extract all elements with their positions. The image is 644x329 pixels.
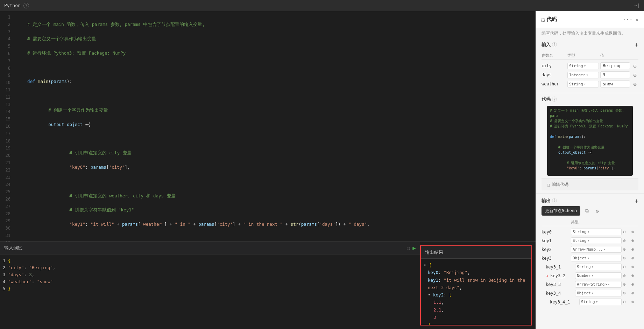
param-value-weather[interactable]: snow [600, 80, 630, 88]
code-section-title: 代码 ? [542, 96, 557, 102]
input-add-button[interactable]: + [635, 42, 638, 48]
output-rows: key0 String▾ ⊖ ⊕ key1 String▾ ⊖ ⊕ key2 [542, 227, 638, 325]
schema-toolbar: 更新节点Schema ⧉ ⚙ [542, 206, 638, 216]
edit-code-button[interactable]: ⬚ 编辑代码 [542, 178, 638, 190]
output-section: 输出 ? + 更新节点Schema ⧉ ⚙ 类型 [536, 194, 644, 329]
add-key2-button[interactable]: ⊕ [631, 247, 638, 252]
code-preview: # 定义一个 main 函数，传入 params 参数, para # 需要定义… [547, 106, 633, 176]
output-key3-4-1-name: key3_4_1 [550, 300, 578, 304]
output-table-header: 类型 [542, 218, 638, 226]
top-bar-left: Python ? [4, 3, 29, 8]
type-select-city[interactable]: String▾ [567, 63, 599, 69]
remove-city-button[interactable]: ⊖ [631, 63, 638, 69]
right-panel-header: ⬚ 代码 ··· ✕ [536, 11, 644, 28]
input-test-body[interactable]: 1 { 2 "city": "Beijing", 3 "days": 3, 4 … [0, 254, 420, 329]
remove-weather-button[interactable]: ⊖ [631, 81, 638, 88]
output-key3-1-name: key3_1 [546, 265, 574, 270]
remove-key2-button[interactable]: ⊖ [623, 247, 630, 252]
add-key1-button[interactable]: ⊕ [631, 238, 638, 243]
remove-key0-button[interactable]: ⊖ [623, 229, 630, 234]
output-row-key3-4-1: key3_4_1 String▾ ⊖ ⊕ [542, 298, 638, 306]
output-row-key3-3: key3_3 Array<String>▾ ⊖ ⊕ [542, 280, 638, 289]
param-name-weather: weather [542, 82, 566, 86]
update-schema-tooltip: 更新节点Schema [542, 206, 580, 216]
code-section: 代码 ? # 定义一个 main 函数，传入 params 参数, para #… [536, 93, 644, 194]
code-preview-inner: # 定义一个 main 函数，传入 params 参数, para # 需要定义… [547, 106, 633, 176]
output-section-header: 输出 ? + [542, 198, 638, 204]
output-results-title: 输出结果 [425, 249, 443, 255]
param-table: 参数名 类型 值 city String▾ Beijing ⊖ [542, 51, 638, 89]
right-panel: ⬚ 代码 ··· ✕ 编写代码，处理输入输出变量来生成返回值。 输入 ? + [536, 11, 644, 329]
top-bar: Python ? →| [0, 0, 644, 11]
param-table-header: 参数名 类型 值 [542, 51, 638, 60]
collapse-icon[interactable]: →| [634, 3, 640, 8]
output-key3-name: key3 [542, 256, 569, 261]
output-row-key3: key3 Object▾ ⊖ ⊕ [542, 254, 638, 262]
output-add-button[interactable]: + [635, 198, 638, 204]
editor-body: 123456 789101112 131415161718 1920212223… [0, 11, 536, 241]
add-key3-button[interactable]: ⊕ [631, 255, 638, 261]
remove-key3-4-button[interactable]: ⊖ [623, 290, 630, 296]
output-key0-type[interactable]: String▾ [571, 229, 622, 235]
remove-key3-1-button[interactable]: ⊖ [623, 264, 630, 270]
output-key3-1-type[interactable]: String▾ [575, 264, 622, 270]
right-panel-title: ⬚ 代码 [542, 16, 557, 23]
input-test-title: 输入测试 [4, 245, 22, 251]
input-help-icon[interactable]: ? [552, 42, 557, 47]
python-label: Python [4, 3, 21, 8]
output-key3-4-type[interactable]: Object▾ [575, 290, 622, 296]
add-key3-1-button[interactable]: ⊕ [631, 264, 638, 270]
output-results-panel: 输出结果 • { key0: "Beijing", key1: "it will… [420, 245, 532, 326]
main-area: 123456 789101112 131415161718 1920212223… [0, 11, 644, 329]
add-key3-2-button[interactable]: ⊕ [631, 273, 638, 278]
output-key3-type[interactable]: Object▾ [571, 255, 622, 261]
output-key3-2-type[interactable]: Number▾ [575, 272, 622, 279]
remove-key3-4-1-button[interactable]: ⊖ [623, 299, 630, 304]
remove-key3-3-button[interactable]: ⊖ [623, 282, 630, 287]
remove-days-button[interactable]: ⊖ [631, 72, 638, 78]
output-key3-4-1-type[interactable]: String▾ [579, 299, 622, 305]
type-select-days[interactable]: Integer▾ [567, 72, 599, 78]
bottom-area: 输入测试 ⬚ ▶ 1 { 2 "city": "Beijing", 3 "day… [0, 241, 536, 329]
add-key3-4-button[interactable]: ⊕ [631, 290, 638, 296]
output-help-icon[interactable]: ? [552, 198, 557, 203]
param-value-days[interactable]: 3 [600, 71, 630, 78]
add-key0-button[interactable]: ⊕ [631, 229, 638, 234]
output-row-key3-1: key3_1 String▾ ⊖ ⊕ [542, 262, 638, 271]
code-content[interactable]: # 定义一个 main 函数，传入 params 参数, params 中包含了… [14, 11, 536, 241]
copy-output-button[interactable]: ⧉ [583, 207, 591, 215]
output-row-key3-2: →key3_2 Number▾ ⊖ ⊕ [542, 271, 638, 280]
more-icon[interactable]: ··· [623, 16, 633, 23]
input-test-header: 输入测试 ⬚ ▶ [0, 242, 420, 254]
output-key1-name: key1 [542, 238, 569, 243]
settings-output-button[interactable]: ⚙ [594, 208, 601, 215]
output-results-body: • { key0: "Beijing", key1: "it will snow… [421, 259, 531, 325]
output-row-key3-4: key3_4 Object▾ ⊖ ⊕ [542, 289, 638, 298]
output-key1-type[interactable]: String▾ [571, 237, 622, 244]
code-editor: 123456 789101112 131415161718 1920212223… [0, 11, 536, 329]
param-value-city[interactable]: Beijing [600, 62, 630, 69]
subtitle: 编写代码，处理输入输出变量来生成返回值。 [536, 28, 644, 37]
help-icon[interactable]: ? [23, 3, 29, 8]
output-key3-4-name: key3_4 [546, 291, 574, 296]
output-key3-3-type[interactable]: Array<String>▾ [575, 281, 622, 288]
input-section-header: 输入 ? + [542, 42, 638, 48]
type-select-weather[interactable]: String▾ [567, 81, 599, 88]
close-icon[interactable]: ✕ [636, 17, 638, 22]
input-test-icon[interactable]: ⬚ [407, 245, 410, 251]
output-key3-3-name: key3_3 [546, 282, 574, 287]
add-key3-4-1-button[interactable]: ⊕ [631, 299, 638, 304]
output-key2-name: key2 [542, 247, 569, 252]
remove-key3-button[interactable]: ⊖ [623, 255, 630, 261]
output-section-title: 输出 ? [542, 198, 557, 204]
output-key3-2-name: →key3_2 [546, 273, 574, 278]
add-key3-3-button[interactable]: ⊕ [631, 282, 638, 287]
input-section: 输入 ? + 参数名 类型 值 city [536, 37, 644, 93]
remove-key1-button[interactable]: ⊖ [623, 238, 630, 243]
code-help-icon[interactable]: ? [552, 97, 557, 102]
output-key2-type[interactable]: Array<Numb...▾ [571, 246, 622, 253]
param-name-days: days [542, 72, 566, 77]
code-section-header: 代码 ? [542, 96, 638, 102]
remove-key3-2-button[interactable]: ⊖ [623, 273, 630, 278]
run-icon[interactable]: ▶ [412, 245, 416, 251]
